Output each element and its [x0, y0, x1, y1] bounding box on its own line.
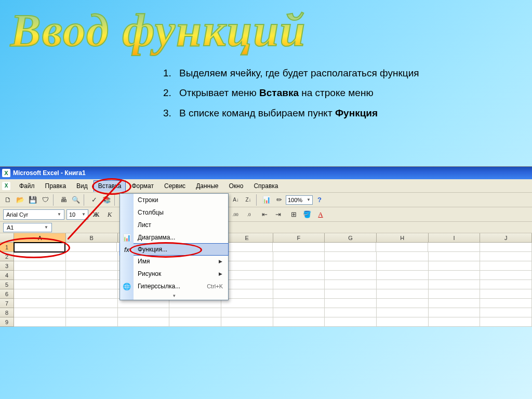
cell[interactable]	[480, 308, 532, 317]
cell[interactable]	[429, 261, 481, 271]
bold-icon[interactable]: Ж	[90, 209, 102, 220]
fill-color-icon[interactable]: 🪣	[301, 209, 313, 220]
cell[interactable]	[14, 252, 66, 261]
sort-asc-icon[interactable]: A↓	[230, 194, 242, 206]
cell[interactable]	[221, 280, 273, 289]
cell[interactable]	[480, 289, 532, 299]
menu-help[interactable]: Справка	[249, 180, 283, 192]
cell[interactable]	[480, 252, 532, 261]
row-header[interactable]: 8	[0, 308, 14, 317]
col-header[interactable]: G	[325, 233, 377, 242]
cell[interactable]	[325, 280, 377, 289]
increase-indent-icon[interactable]: ⇥	[272, 209, 284, 220]
cell[interactable]	[14, 271, 66, 280]
cell[interactable]	[221, 299, 273, 308]
cell[interactable]	[429, 299, 481, 308]
cell[interactable]	[14, 280, 66, 289]
cell[interactable]	[66, 280, 118, 289]
chart-icon[interactable]: 📊	[261, 194, 272, 206]
cell[interactable]	[377, 280, 429, 289]
menu-item-sheet[interactable]: Лист	[120, 219, 228, 231]
cell[interactable]	[273, 271, 325, 280]
cell[interactable]	[14, 289, 66, 299]
cell[interactable]	[273, 308, 325, 317]
cell[interactable]	[480, 317, 532, 327]
cell[interactable]	[480, 280, 532, 289]
cell[interactable]	[273, 252, 325, 261]
expand-menu-icon[interactable]: ▾	[120, 292, 228, 300]
cell[interactable]	[325, 252, 377, 261]
decrease-indent-icon[interactable]: ⇤	[259, 209, 270, 220]
font-size-select[interactable]: 10▼	[66, 209, 88, 220]
col-header[interactable]: I	[429, 233, 481, 242]
col-header[interactable]: B	[66, 233, 118, 242]
row-header[interactable]: 3	[0, 261, 14, 271]
open-icon[interactable]: 📂	[15, 194, 26, 206]
cell[interactable]	[221, 308, 273, 317]
cell[interactable]	[377, 271, 429, 280]
cell[interactable]	[66, 271, 118, 280]
cell[interactable]	[66, 289, 118, 299]
cell[interactable]	[325, 271, 377, 280]
cell[interactable]	[66, 317, 118, 327]
italic-icon[interactable]: К	[104, 209, 115, 220]
cell[interactable]	[429, 252, 481, 261]
cell[interactable]	[221, 252, 273, 261]
cell[interactable]	[14, 308, 66, 317]
research-icon[interactable]: 📚	[101, 194, 112, 206]
cell[interactable]	[118, 317, 170, 327]
cell[interactable]	[325, 289, 377, 299]
menu-item-columns[interactable]: Столбцы	[120, 206, 228, 219]
cell[interactable]	[273, 289, 325, 299]
col-header[interactable]: H	[377, 233, 429, 242]
col-header[interactable]: E	[221, 233, 273, 242]
row-header[interactable]: 7	[0, 299, 14, 308]
cell[interactable]	[377, 252, 429, 261]
menu-data[interactable]: Данные	[191, 180, 223, 192]
cell[interactable]	[273, 261, 325, 271]
spelling-icon[interactable]: ✓	[88, 194, 100, 206]
cell[interactable]	[325, 308, 377, 317]
cell[interactable]	[377, 261, 429, 271]
cell[interactable]	[429, 289, 481, 299]
row-header[interactable]: 4	[0, 271, 14, 280]
cell[interactable]	[325, 317, 377, 327]
cell[interactable]	[65, 243, 117, 252]
cell[interactable]	[14, 242, 65, 252]
zoom-select[interactable]: 100%▼	[286, 195, 313, 205]
cell[interactable]	[480, 243, 532, 252]
new-icon[interactable]: 🗋	[2, 194, 14, 206]
cell[interactable]	[66, 299, 118, 308]
cell[interactable]	[480, 261, 532, 271]
menu-file[interactable]: Файл	[15, 180, 39, 192]
row-header[interactable]: 2	[0, 252, 14, 261]
sort-desc-icon[interactable]: Z↓	[243, 194, 254, 206]
menu-view[interactable]: Вид	[72, 180, 92, 192]
row-header[interactable]: 5	[0, 280, 14, 289]
cell[interactable]	[429, 308, 481, 317]
col-header[interactable]: A	[14, 233, 66, 242]
cell[interactable]	[221, 271, 273, 280]
menu-item-chart[interactable]: 📊 Диаграмма...	[120, 231, 228, 244]
col-header[interactable]: F	[273, 233, 325, 242]
name-box[interactable]: A1▼	[3, 223, 52, 232]
permission-icon[interactable]: 🛡	[39, 194, 51, 206]
save-icon[interactable]: 💾	[27, 194, 38, 206]
cell[interactable]	[480, 271, 532, 280]
select-all-corner[interactable]	[0, 233, 14, 242]
help-icon[interactable]: ?	[314, 194, 325, 206]
cell[interactable]	[377, 317, 429, 327]
cell[interactable]	[273, 317, 325, 327]
cell[interactable]	[273, 280, 325, 289]
cell[interactable]	[66, 261, 118, 271]
drawing-icon[interactable]: ✏	[273, 194, 285, 206]
cell[interactable]	[169, 308, 221, 317]
cell[interactable]	[377, 308, 429, 317]
menu-insert[interactable]: Вставка	[94, 180, 126, 192]
cell[interactable]	[377, 299, 429, 308]
menu-format[interactable]: Формат	[127, 180, 158, 192]
menu-item-name[interactable]: Имя ▶	[120, 255, 228, 268]
cell[interactable]	[273, 243, 325, 252]
cell[interactable]	[429, 317, 481, 327]
font-color-icon[interactable]: A	[315, 209, 326, 220]
